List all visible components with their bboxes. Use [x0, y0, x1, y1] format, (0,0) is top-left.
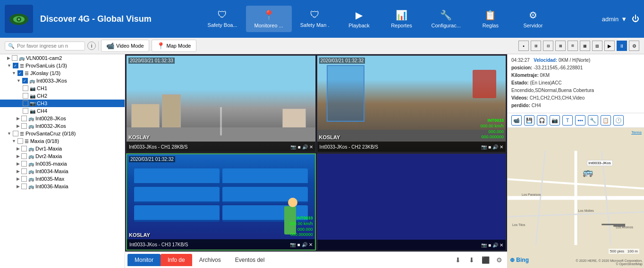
sidebar-item-jkoslay[interactable]: ▼ ✓ ☰ JKoslay (1/3): [0, 69, 125, 77]
sidebar-item-vln0001[interactable]: ▶ 🚌 VLN0001-cam2: [0, 54, 125, 62]
checkbox-int0036[interactable]: [21, 184, 27, 189]
action-history[interactable]: 🕐: [613, 115, 624, 126]
nav-configurac[interactable]: 🔧 Configurac...: [423, 6, 469, 32]
video-ch3-close[interactable]: ✕: [309, 242, 313, 247]
sidebar-item-ch1[interactable]: 📷 CH1: [0, 84, 125, 92]
checkbox-ch2[interactable]: [23, 93, 28, 99]
checkbox-ch3[interactable]: [23, 100, 28, 106]
tab-archivos[interactable]: Archivos: [192, 254, 228, 266]
video-ch2-close[interactable]: ✕: [500, 144, 503, 150]
action-record[interactable]: 📹: [511, 115, 522, 126]
checkbox-maxia[interactable]: [17, 138, 23, 144]
sidebar-item-int0032[interactable]: ▶ 🚌 Int0032-JKos: [0, 122, 125, 130]
grid-9-button[interactable]: ⊠: [555, 41, 566, 51]
sidebar-item-int0033[interactable]: ▼ ✓ 🚌 Int0033-JKos: [0, 77, 125, 84]
sidebar-item-ch4[interactable]: 📷 CH4: [0, 107, 125, 115]
video-ch3-stop[interactable]: ■: [297, 242, 300, 247]
video-mode-button[interactable]: 📹 Video Mode: [101, 40, 149, 52]
map-mode-button[interactable]: 📍 Map Mode: [152, 40, 196, 52]
sidebar-item-in0035[interactable]: ▶ 🚌 In0035-maxia: [0, 160, 125, 168]
checkbox-dvr2[interactable]: [21, 153, 27, 159]
checkbox-int0033[interactable]: ✓: [22, 78, 28, 84]
sidebar-item-int0034[interactable]: ▶ 🚌 Int0034-Maxia: [0, 168, 125, 175]
video-ch2-stop[interactable]: ■: [488, 144, 491, 150]
nav-reportes[interactable]: 📊 Reportes: [380, 6, 423, 32]
settings-toolbar-button[interactable]: ⚙: [629, 41, 639, 51]
video-ch1-audio[interactable]: 🔊: [302, 144, 308, 150]
checkbox-int0034[interactable]: [21, 168, 27, 174]
nav-monitoreo[interactable]: 📍 Monitoreo ...: [246, 6, 292, 32]
checkbox-int0032[interactable]: [21, 123, 27, 129]
play-button[interactable]: ▶: [604, 41, 615, 51]
sidebar-item-int0036[interactable]: ▶ 🚌 Int0036-Maxia: [0, 183, 125, 190]
checkbox-jkoslay[interactable]: ✓: [17, 70, 23, 76]
pause-button[interactable]: ⏸: [617, 41, 627, 51]
sidebar-item-dvr2[interactable]: ▶ 🚌 Dvr2-Maxia: [0, 152, 125, 160]
sidebar-item-ch3[interactable]: 📷 CH3: [0, 100, 125, 107]
checkbox-int0035[interactable]: [21, 176, 27, 182]
power-button[interactable]: ⏻: [632, 15, 639, 23]
sidebar-item-maxia[interactable]: ▼ ☰ Maxia (0/18): [0, 137, 125, 145]
checkbox-provsantacruz[interactable]: [13, 131, 18, 136]
video-ch1-snapshot[interactable]: 📷: [290, 144, 296, 150]
video-ch1-close[interactable]: ✕: [309, 144, 313, 150]
nav-safety-man[interactable]: 🛡 Safety Man .: [292, 6, 338, 32]
sidebar-item-int0028[interactable]: ▶ 🚌 Int0028-JKos: [0, 115, 125, 122]
bottom-action-2[interactable]: ⬇: [466, 254, 477, 266]
video-ch1-stop[interactable]: ■: [297, 144, 300, 150]
sidebar-item-dvr1[interactable]: ▶ 🚌 Dvr1-Maxia: [0, 145, 125, 152]
bottom-action-1[interactable]: ⬇: [452, 254, 464, 266]
checkbox-dvr1[interactable]: [21, 146, 27, 151]
action-more[interactable]: •••: [575, 115, 585, 126]
search-box[interactable]: 🔍: [5, 42, 85, 50]
grid-custom2-button[interactable]: ▧: [592, 41, 602, 51]
tab-monitor[interactable]: Monitor: [127, 254, 161, 266]
action-copy[interactable]: 📋: [601, 115, 611, 126]
bottom-action-4[interactable]: ⚙: [493, 254, 505, 266]
info-button[interactable]: i: [87, 42, 96, 50]
video-cell-ch3[interactable]: 2020/03/21 01:32:32 INT0033 000.00 km/h …: [126, 153, 316, 251]
map-terms[interactable]: Terms: [631, 130, 642, 134]
nav-servidor[interactable]: ⚙ Servidor: [512, 6, 554, 32]
grid-custom1-button[interactable]: ▦: [580, 41, 590, 51]
checkbox-ch1[interactable]: [23, 85, 28, 91]
video-cell-ch2[interactable]: 2020/03/21 01:32:32 INT0033 000.00 km/h …: [317, 55, 507, 152]
checkbox-ch4[interactable]: [23, 108, 28, 114]
grid-1-button[interactable]: ▪: [518, 41, 529, 51]
nav-safety-board[interactable]: 🛡 Safety Boa...: [199, 6, 246, 32]
bottom-action-3[interactable]: ⬛: [480, 254, 491, 266]
action-text[interactable]: T: [562, 115, 573, 126]
sidebar-item-int0035[interactable]: ▶ 🚌 Int0035-Max: [0, 175, 125, 183]
video-ch2-snapshot[interactable]: 📷: [481, 144, 487, 150]
video-cell-ch4[interactable]: 📷 ■ 🔊 ✕: [317, 153, 507, 251]
checkbox-provsanluis[interactable]: ✓: [13, 63, 18, 68]
video-ch4-audio[interactable]: 🔊: [492, 243, 498, 248]
nav-reglas[interactable]: 📋 Reglas: [469, 6, 512, 32]
action-save[interactable]: 💾: [524, 115, 534, 126]
video-ch4-close[interactable]: ✕: [500, 243, 503, 248]
checkbox-int0028[interactable]: [21, 116, 27, 121]
search-input[interactable]: [17, 43, 78, 49]
action-snapshot[interactable]: 📷: [550, 115, 560, 126]
action-audio[interactable]: 🎧: [537, 115, 547, 126]
map-marker[interactable]: 🚌: [583, 167, 593, 177]
checkbox-in0035[interactable]: [21, 161, 27, 167]
grid-16-button[interactable]: ⊞: [568, 41, 578, 51]
map-area[interactable]: Los Paraísos Los Molles Los Tilos Los Ar…: [508, 128, 644, 268]
grid-4-button[interactable]: ⊞: [531, 41, 541, 51]
tab-eventos-del[interactable]: Eventos del: [228, 254, 272, 266]
grid-6-button[interactable]: ⊟: [543, 41, 553, 51]
tab-info-de[interactable]: Info de: [161, 254, 192, 266]
checkbox-vln0001[interactable]: [12, 55, 17, 61]
video-cell-ch1[interactable]: 2020/03/21 01:32:33 KOSLAY Int0033-JKos …: [126, 55, 316, 152]
sidebar-item-provsantacruz[interactable]: ▼ ☰ ProvSantaCruz (0/18): [0, 130, 125, 137]
video-ch2-audio[interactable]: 🔊: [492, 144, 498, 150]
admin-dropdown[interactable]: admin ▼: [602, 16, 627, 23]
video-ch3-audio[interactable]: 🔊: [302, 242, 307, 247]
video-ch4-stop[interactable]: ■: [488, 243, 491, 248]
sidebar-item-provsanluis[interactable]: ▼ ✓ ☰ ProvSanLuis (1/3): [0, 62, 125, 69]
sidebar-item-ch2[interactable]: 📷 CH2: [0, 92, 125, 100]
action-settings[interactable]: 🔧: [588, 115, 598, 126]
video-ch3-snapshot[interactable]: 📷: [290, 242, 296, 247]
video-ch4-snapshot[interactable]: 📷: [481, 243, 487, 248]
